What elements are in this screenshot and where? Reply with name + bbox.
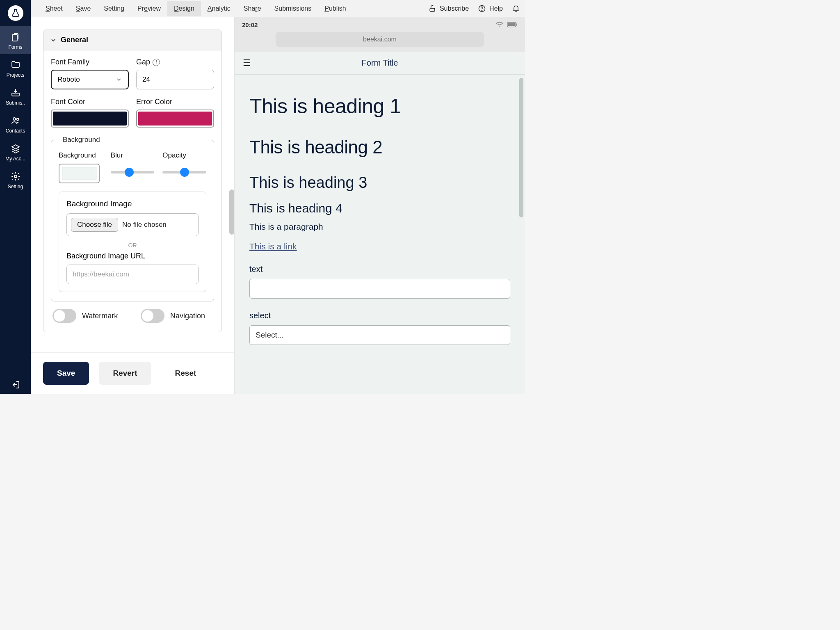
revert-button[interactable]: Revert [99, 362, 151, 385]
blur-label: Blur [111, 151, 155, 160]
blur-slider[interactable] [111, 171, 155, 173]
sidebar-item-logout[interactable] [0, 374, 31, 394]
preview-h2: This is heading 2 [249, 137, 510, 158]
sidebar-item-forms[interactable]: Forms [0, 26, 31, 54]
svg-point-0 [13, 118, 16, 120]
notifications-button[interactable] [512, 5, 520, 13]
gear-icon [11, 171, 21, 181]
preview-h3: This is heading 3 [249, 174, 510, 192]
chevron-down-icon [116, 76, 122, 83]
or-separator: OR [66, 242, 199, 249]
accordion-title: General [61, 36, 88, 44]
chevron-down-icon [50, 37, 57, 43]
navigation-label: Navigation [170, 312, 205, 320]
sidebar-item-account[interactable]: My Acc... [0, 138, 31, 166]
device-statusbar: 20:02 [235, 17, 525, 32]
form-title: Form Title [243, 58, 517, 68]
menu-share[interactable]: Share [237, 1, 268, 16]
sidebar-label: Contacts [6, 128, 25, 134]
opacity-slider[interactable] [162, 171, 206, 173]
navigation-toggle[interactable] [141, 309, 164, 323]
background-col-label: Background [59, 151, 103, 160]
preview-text-label: text [249, 265, 510, 274]
error-color-label: Error Color [136, 98, 214, 106]
wifi-icon [495, 22, 504, 27]
help-icon [478, 5, 486, 13]
folder-icon [11, 60, 21, 70]
sidebar-label: Forms [9, 44, 23, 50]
preview-panel: 20:02 beekai.com [235, 17, 525, 394]
watermark-toggle[interactable] [52, 309, 76, 323]
menu-submissions[interactable]: Submissions [268, 1, 318, 16]
preview-text-input[interactable] [249, 279, 510, 299]
sidebar-label: My Acc... [5, 156, 25, 162]
forms-icon [11, 32, 21, 42]
font-family-select[interactable]: Roboto [51, 70, 129, 89]
font-family-value: Roboto [57, 75, 80, 84]
menu-preview[interactable]: Preview [131, 1, 167, 16]
sidebar-label: Setting [8, 184, 23, 189]
choose-file-button[interactable]: Choose file [71, 218, 118, 232]
preview-select-placeholder: Select... [256, 331, 284, 340]
background-legend: Background [59, 136, 104, 144]
svg-point-2 [14, 175, 17, 178]
gap-label: Gap i [136, 58, 214, 66]
file-input[interactable]: Choose file No file chosen [66, 213, 199, 236]
bell-icon [512, 5, 520, 13]
subscribe-button[interactable]: Subscribe [428, 5, 469, 13]
url-text: beekai.com [363, 36, 397, 43]
background-image-card: Background Image Choose file No file cho… [59, 192, 206, 292]
info-icon[interactable]: i [153, 59, 160, 66]
svg-rect-3 [430, 8, 435, 11]
battery-icon [507, 22, 518, 27]
menu-publish[interactable]: Publish [318, 1, 352, 16]
preview-link[interactable]: This is a link [249, 242, 297, 251]
preview-paragraph: This is a paragraph [249, 222, 510, 232]
sidebar-item-projects[interactable]: Projects [0, 54, 31, 82]
layers-icon [11, 144, 21, 153]
file-status: No file chosen [122, 221, 167, 229]
contacts-icon [11, 116, 21, 126]
font-family-label: Font Family [51, 58, 129, 66]
sidebar-item-setting[interactable]: Setting [0, 166, 31, 194]
menu-setting[interactable]: Setting [97, 1, 131, 16]
menu-design[interactable]: Design [167, 1, 201, 16]
sidebar-item-submissions[interactable]: Submis.. [0, 82, 31, 110]
font-color-picker[interactable] [51, 110, 129, 128]
svg-rect-8 [516, 23, 517, 26]
opacity-label: Opacity [162, 151, 206, 160]
bg-url-input[interactable] [66, 265, 199, 284]
watermark-label: Watermark [82, 312, 118, 320]
preview-scrollbar[interactable] [519, 78, 523, 217]
save-button[interactable]: Save [43, 362, 89, 385]
menu-save[interactable]: Save [69, 1, 97, 16]
svg-rect-7 [508, 23, 515, 26]
scrollbar-thumb[interactable] [229, 189, 234, 235]
inbox-icon [11, 88, 21, 98]
gap-input[interactable]: 24 [136, 70, 214, 89]
svg-point-5 [482, 10, 482, 10]
url-bar[interactable]: beekai.com [276, 32, 484, 47]
reset-button[interactable]: Reset [161, 362, 210, 385]
topbar: Sheet Save Setting Preview Design Analyt… [31, 0, 525, 17]
footer-actions: Save Revert Reset [31, 352, 234, 394]
help-label: Help [489, 5, 503, 12]
error-color-picker[interactable] [136, 110, 214, 128]
subscribe-label: Subscribe [440, 5, 469, 12]
logout-icon [11, 380, 21, 390]
background-color-picker[interactable] [59, 164, 100, 183]
preview-h1: This is heading 1 [249, 94, 510, 118]
preview-select[interactable]: Select... [249, 325, 510, 345]
help-button[interactable]: Help [478, 5, 503, 13]
gap-value: 24 [142, 75, 150, 84]
bg-image-label: Background Image [66, 199, 199, 208]
menu-analytic[interactable]: Analytic [201, 1, 237, 16]
svg-point-1 [16, 119, 18, 121]
menu-sheet[interactable]: Sheet [39, 1, 69, 16]
design-editor: General Font Family Roboto [31, 17, 235, 394]
accordion-header[interactable]: General [43, 30, 221, 50]
device-time: 20:02 [242, 21, 258, 28]
sidebar-item-contacts[interactable]: Contacts [0, 110, 31, 138]
background-group: Background Background [51, 136, 214, 301]
unlock-icon [428, 5, 436, 13]
